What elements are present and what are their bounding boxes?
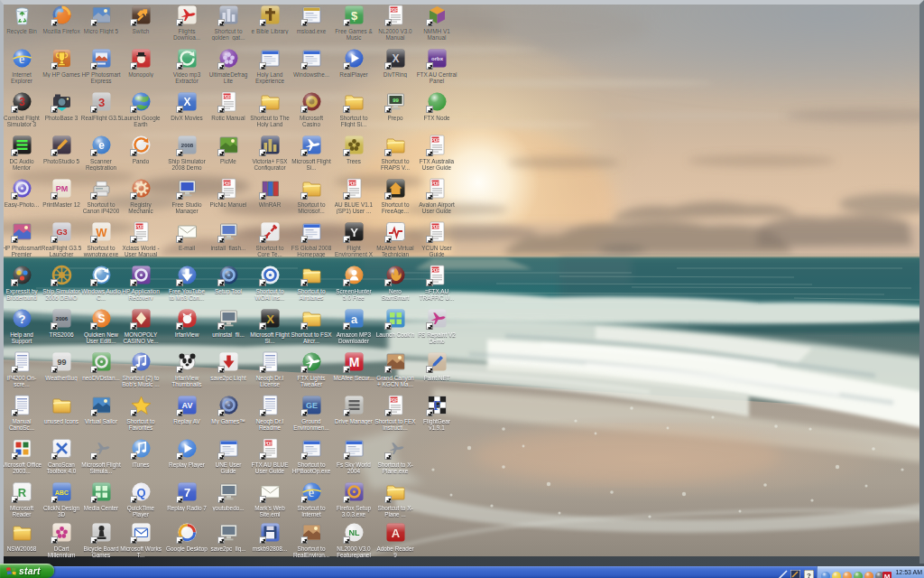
svg-text:PDF: PDF: [390, 398, 398, 403]
svg-text:ABC: ABC: [54, 489, 68, 496]
svg-text:NL: NL: [348, 528, 359, 537]
svg-text:2006: 2006: [55, 316, 68, 322]
svg-text:A: A: [391, 527, 400, 540]
svg-text:e: e: [308, 486, 313, 499]
svg-text:orbx: orbx: [430, 56, 443, 61]
svg-text:F: F: [433, 399, 441, 413]
svg-text:e: e: [98, 139, 105, 152]
svg-text:PDF: PDF: [348, 182, 356, 186]
svg-text:PDF: PDF: [135, 225, 143, 229]
svg-text:PDF: PDF: [431, 268, 439, 273]
svg-text:PDF: PDF: [223, 95, 231, 99]
svg-text:X: X: [266, 312, 274, 326]
svg-text:R: R: [17, 486, 26, 499]
svg-text:2008: 2008: [180, 143, 193, 148]
svg-text:PDF: PDF: [223, 182, 231, 186]
svg-text:a: a: [350, 312, 357, 326]
svg-text:X: X: [183, 96, 190, 108]
svg-text:?: ?: [18, 312, 25, 326]
svg-text:PDF: PDF: [431, 225, 439, 229]
svg-text:Y: Y: [350, 226, 358, 239]
svg-text:AV: AV: [181, 401, 192, 410]
svg-text:99: 99: [57, 358, 66, 367]
svg-text:3: 3: [97, 96, 104, 109]
svg-text:7: 7: [183, 486, 189, 499]
svg-text:PDF: PDF: [264, 442, 273, 446]
svg-text:X: X: [392, 52, 399, 65]
svg-text:M: M: [884, 573, 891, 578]
svg-text:S: S: [97, 312, 105, 325]
svg-text:e: e: [18, 52, 23, 66]
svg-text:3: 3: [19, 96, 25, 108]
svg-text:$: $: [350, 9, 357, 23]
svg-text:G3: G3: [56, 228, 67, 237]
svg-text:99: 99: [393, 98, 399, 103]
svg-text:PDF: PDF: [431, 182, 439, 186]
svg-text:PDF: PDF: [431, 138, 439, 143]
svg-text:?: ?: [807, 572, 811, 578]
svg-text:PDF: PDF: [390, 8, 398, 13]
